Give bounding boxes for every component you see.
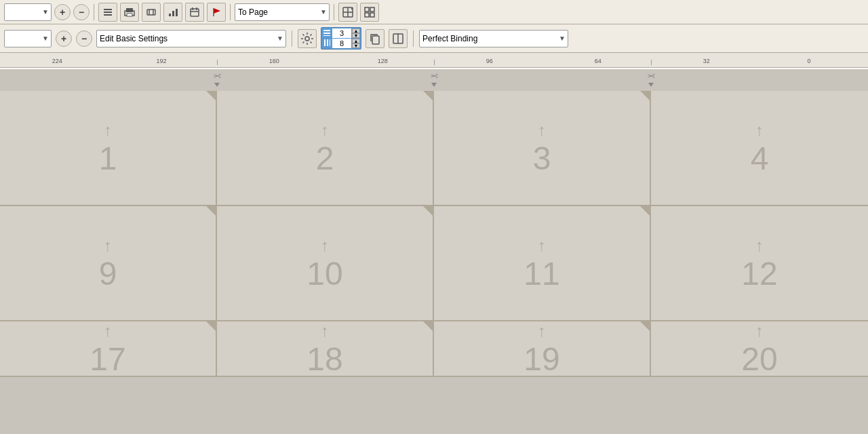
svg-rect-34 [372, 36, 379, 44]
toolbar2-left-select[interactable] [7, 34, 18, 43]
page-cell-11: ↑ 11 [434, 206, 651, 321]
separator3 [334, 4, 334, 20]
svg-rect-6 [147, 9, 155, 15]
svg-rect-26 [370, 13, 374, 17]
page-arrow-18: ↑ [321, 321, 329, 340]
rows-value-input[interactable] [332, 28, 351, 38]
scissors-arrow-down-2 [431, 81, 437, 88]
page-number-12: 12 [741, 258, 777, 290]
separator4 [292, 31, 292, 47]
page-number-18: 18 [307, 343, 342, 376]
flag-icon[interactable] [207, 3, 226, 22]
page-arrow-19: ↑ [538, 321, 546, 340]
page-cell-12: ↑ 12 [651, 206, 868, 321]
svg-rect-29 [323, 33, 330, 34]
page-cell-2: ↑ 2 [217, 91, 434, 206]
page-number-4: 4 [751, 142, 769, 175]
corner-tr-19 [640, 321, 650, 331]
add-button-row2[interactable]: + [56, 31, 72, 47]
rows-up-button[interactable]: ▲ [352, 28, 360, 33]
ruler-label-192: 192 [156, 58, 166, 64]
toolbar-row1: ▼ + − [0, 0, 868, 24]
edit-basic-settings-dropdown[interactable]: Edit Basic Settings ▼ [96, 30, 286, 47]
page-cell-17: ↑ 17 [0, 321, 217, 377]
chart-icon[interactable] [163, 3, 182, 22]
svg-rect-9 [169, 14, 171, 16]
add-button-row1[interactable]: + [54, 4, 71, 20]
chevron-down-icon2: ▼ [42, 35, 49, 42]
calendar-icon[interactable] [185, 3, 204, 22]
svg-rect-0 [104, 9, 112, 10]
page-number-19: 19 [524, 343, 559, 376]
topage-dropdown[interactable]: To Page ▼ [235, 3, 330, 21]
perfect-binding-chevron-icon: ▼ [559, 35, 566, 42]
scissors-icon-2: ✂ [430, 71, 438, 81]
page-arrow-1: ↑ [104, 121, 112, 140]
separator5 [413, 31, 414, 47]
page-row-2: ↑ 9 ↑ 10 ↑ 11 ↑ 12 [0, 206, 868, 321]
page-cell-3: ↑ 3 [434, 91, 651, 206]
topage-select[interactable]: To Page [238, 7, 279, 17]
cols-spinner[interactable]: ▲ ▼ [352, 39, 360, 48]
rows-icon [322, 29, 332, 37]
cols-value-input[interactable] [332, 39, 351, 48]
layers-icon[interactable] [360, 3, 379, 22]
layout-icon[interactable] [389, 29, 408, 48]
perfect-binding-dropdown[interactable]: Perfect Binding ▼ [419, 30, 568, 47]
toolbar2-left-dropdown[interactable]: ▼ [4, 30, 52, 47]
corner-tr-10 [423, 206, 433, 216]
ruler-tick-3 [651, 60, 652, 65]
page-number-10: 10 [307, 258, 342, 290]
scissors-mark-2: ✂ [430, 71, 438, 88]
settings-icon[interactable] [298, 29, 317, 48]
ruler-label-32: 32 [703, 58, 710, 64]
svg-rect-24 [370, 7, 374, 12]
edit-basic-settings-select[interactable]: Edit Basic Settings [100, 34, 179, 43]
perfect-binding-select[interactable]: Perfect Binding [422, 34, 489, 43]
page-cell-10: ↑ 10 [217, 206, 434, 321]
separator2 [230, 4, 231, 20]
ruler-tick-1 [217, 60, 218, 65]
page-arrow-9: ↑ [104, 236, 112, 255]
rows-spinner[interactable]: ▲ ▼ [352, 28, 360, 38]
page-cell-18: ↑ 18 [217, 321, 434, 377]
page-arrow-17: ↑ [104, 321, 112, 340]
svg-rect-30 [323, 35, 330, 36]
page-number-3: 3 [533, 142, 551, 175]
list-icon[interactable] [98, 3, 117, 22]
page-arrow-10: ↑ [321, 236, 329, 255]
corner-tr-3 [640, 91, 650, 100]
plus-grid-icon[interactable] [338, 3, 357, 22]
svg-rect-32 [327, 39, 328, 46]
rows-cols-input-group: ▲ ▼ ▲ ▼ [321, 27, 361, 50]
page-arrow-3: ↑ [538, 121, 546, 140]
cols-icon [322, 39, 332, 47]
scissors-icon-1: ✂ [213, 71, 221, 81]
rows-down-button[interactable]: ▼ [352, 33, 360, 38]
corner-tr-9 [206, 206, 216, 216]
svg-rect-2 [104, 14, 112, 16]
scissors-mark-1: ✂ [213, 71, 221, 88]
svg-rect-12 [191, 9, 199, 16]
film-icon[interactable] [142, 3, 161, 22]
topage-chevron-icon: ▼ [320, 8, 327, 16]
page-cell-1: ↑ 1 [0, 91, 217, 206]
remove-button-row1[interactable]: − [73, 4, 90, 20]
cols-down-button[interactable]: ▼ [352, 43, 360, 48]
page-arrow-12: ↑ [755, 236, 764, 255]
print-icon[interactable] [120, 3, 139, 22]
copy-icon[interactable] [366, 29, 384, 48]
scissors-mark-3: ✂ [647, 71, 655, 88]
page-cell-9: ↑ 9 [0, 206, 217, 321]
cols-up-button[interactable]: ▲ [352, 39, 360, 43]
toolbar1-dropdown[interactable]: ▼ [4, 3, 52, 21]
toolbar1-select[interactable] [7, 7, 18, 17]
corner-tr-11 [640, 206, 650, 216]
remove-button-row2[interactable]: − [76, 31, 92, 47]
scissors-row: ✂ ✂ ✂ [0, 69, 868, 91]
svg-marker-16 [214, 8, 220, 14]
page-number-2: 2 [316, 142, 334, 175]
svg-rect-5 [127, 14, 132, 16]
page-number-11: 11 [524, 258, 559, 290]
svg-rect-23 [365, 7, 369, 12]
